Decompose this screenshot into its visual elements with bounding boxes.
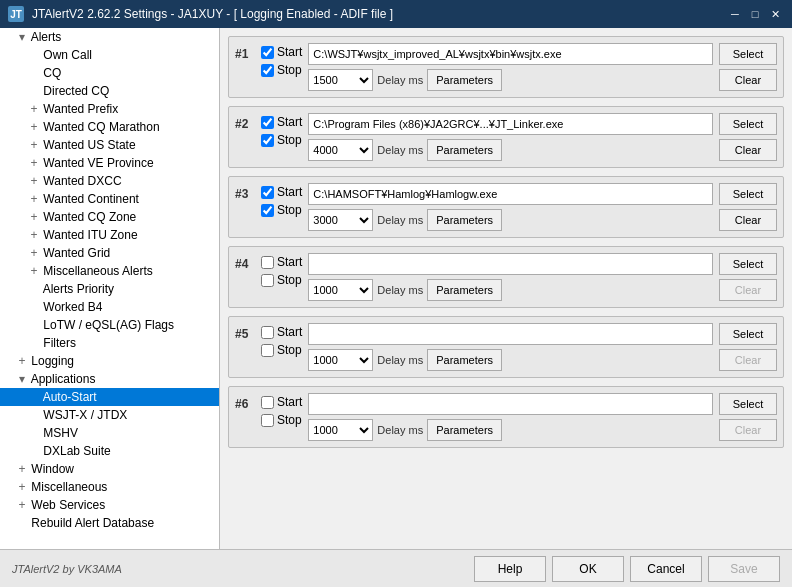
path-section-2: 4000 Delay ms Parameters bbox=[308, 113, 713, 161]
delay-select-6[interactable]: 1000 bbox=[308, 419, 373, 441]
delay-select-4[interactable]: 1000 bbox=[308, 279, 373, 301]
delay-select-1[interactable]: 1500 bbox=[308, 69, 373, 91]
start-checkbox-4[interactable] bbox=[261, 256, 274, 269]
sidebar-item-lotw[interactable]: LoTW / eQSL(AG) Flags bbox=[0, 316, 219, 334]
minimize-button[interactable]: ─ bbox=[726, 5, 744, 23]
path-input-2[interactable] bbox=[308, 113, 713, 135]
select-button-6[interactable]: Select bbox=[719, 393, 777, 415]
select-button-1[interactable]: Select bbox=[719, 43, 777, 65]
stop-checkbox-1[interactable] bbox=[261, 64, 274, 77]
sidebar-item-wanted-prefix[interactable]: + Wanted Prefix bbox=[0, 100, 219, 118]
stop-checkbox-2[interactable] bbox=[261, 134, 274, 147]
path-input-1[interactable] bbox=[308, 43, 713, 65]
sidebar-item-wanted-grid[interactable]: + Wanted Grid bbox=[0, 244, 219, 262]
stop-label-6: Stop bbox=[277, 413, 302, 427]
delay-label-3: Delay ms bbox=[377, 214, 423, 226]
sidebar-item-window[interactable]: + Window bbox=[0, 460, 219, 478]
params-button-2[interactable]: Parameters bbox=[427, 139, 502, 161]
start-checkbox-1[interactable] bbox=[261, 46, 274, 59]
close-button[interactable]: ✕ bbox=[766, 5, 784, 23]
stop-label-2: Stop bbox=[277, 133, 302, 147]
sidebar-item-worked-b4[interactable]: Worked B4 bbox=[0, 298, 219, 316]
delay-label-2: Delay ms bbox=[377, 144, 423, 156]
start-label-2: Start bbox=[277, 115, 302, 129]
delay-select-2[interactable]: 4000 bbox=[308, 139, 373, 161]
sidebar-item-wanted-dxcc[interactable]: + Wanted DXCC bbox=[0, 172, 219, 190]
select-button-3[interactable]: Select bbox=[719, 183, 777, 205]
clear-button-5[interactable]: Clear bbox=[719, 349, 777, 371]
params-button-5[interactable]: Parameters bbox=[427, 349, 502, 371]
stop-label-3: Stop bbox=[277, 203, 302, 217]
sidebar-item-wanted-cq-marathon[interactable]: + Wanted CQ Marathon bbox=[0, 118, 219, 136]
sidebar-item-logging[interactable]: + Logging bbox=[0, 352, 219, 370]
bottom-buttons: Help OK Cancel Save bbox=[474, 556, 780, 582]
stop-label-5: Stop bbox=[277, 343, 302, 357]
sidebar-item-own-call[interactable]: Own Call bbox=[0, 46, 219, 64]
sidebar-item-filters[interactable]: Filters bbox=[0, 334, 219, 352]
stop-checkbox-3[interactable] bbox=[261, 204, 274, 217]
path-input-5[interactable] bbox=[308, 323, 713, 345]
sidebar-item-applications[interactable]: ▾ Applications bbox=[0, 370, 219, 388]
sidebar-item-cq[interactable]: CQ bbox=[0, 64, 219, 82]
save-button[interactable]: Save bbox=[708, 556, 780, 582]
sidebar-item-wanted-cq-zone[interactable]: + Wanted CQ Zone bbox=[0, 208, 219, 226]
delay-select-3[interactable]: 3000 bbox=[308, 209, 373, 231]
expander-icon: ▾ bbox=[16, 30, 28, 44]
row-num-4: #4 bbox=[235, 253, 255, 271]
app-row-6: #6 Start Stop 1000 Delay ms P bbox=[228, 386, 784, 448]
sidebar-item-auto-start[interactable]: Auto-Start bbox=[0, 388, 219, 406]
sidebar-item-mshv[interactable]: MSHV bbox=[0, 424, 219, 442]
sidebar-item-alerts-priority[interactable]: Alerts Priority bbox=[0, 280, 219, 298]
start-checkbox-3[interactable] bbox=[261, 186, 274, 199]
sidebar-item-wsjt-x[interactable]: WSJT-X / JTDX bbox=[0, 406, 219, 424]
params-button-4[interactable]: Parameters bbox=[427, 279, 502, 301]
cancel-button[interactable]: Cancel bbox=[630, 556, 702, 582]
ok-button[interactable]: OK bbox=[552, 556, 624, 582]
clear-button-4[interactable]: Clear bbox=[719, 279, 777, 301]
bottom-bar: JTAlertV2 by VK3AMA Help OK Cancel Save bbox=[0, 549, 792, 587]
delay-select-5[interactable]: 1000 bbox=[308, 349, 373, 371]
stop-checkbox-6[interactable] bbox=[261, 414, 274, 427]
sidebar-item-rebuild[interactable]: Rebuild Alert Database bbox=[0, 514, 219, 532]
params-button-6[interactable]: Parameters bbox=[427, 419, 502, 441]
sidebar-item-directed-cq[interactable]: Directed CQ bbox=[0, 82, 219, 100]
stop-checkbox-5[interactable] bbox=[261, 344, 274, 357]
path-section-5: 1000 Delay ms Parameters bbox=[308, 323, 713, 371]
stop-check-row-1: Stop bbox=[261, 63, 302, 77]
sidebar-item-web-services[interactable]: + Web Services bbox=[0, 496, 219, 514]
params-button-3[interactable]: Parameters bbox=[427, 209, 502, 231]
sidebar-item-alerts[interactable]: ▾ Alerts bbox=[0, 28, 219, 46]
maximize-button[interactable]: □ bbox=[746, 5, 764, 23]
start-check-row-2: Start bbox=[261, 115, 302, 129]
sidebar-item-wanted-itu-zone[interactable]: + Wanted ITU Zone bbox=[0, 226, 219, 244]
sidebar-item-wanted-continent[interactable]: + Wanted Continent bbox=[0, 190, 219, 208]
sidebar-item-wanted-ve-province[interactable]: + Wanted VE Province bbox=[0, 154, 219, 172]
checkboxes-6: Start Stop bbox=[261, 393, 302, 427]
bottom-row-6: 1000 Delay ms Parameters bbox=[308, 419, 713, 441]
path-input-6[interactable] bbox=[308, 393, 713, 415]
sidebar-item-dxlab[interactable]: DXLab Suite bbox=[0, 442, 219, 460]
btn-group-4: Select Clear bbox=[719, 253, 777, 301]
help-button[interactable]: Help bbox=[474, 556, 546, 582]
select-button-2[interactable]: Select bbox=[719, 113, 777, 135]
start-label-6: Start bbox=[277, 395, 302, 409]
row-num-1: #1 bbox=[235, 43, 255, 61]
sidebar-item-wanted-us-state[interactable]: + Wanted US State bbox=[0, 136, 219, 154]
path-input-3[interactable] bbox=[308, 183, 713, 205]
window-controls: ─ □ ✕ bbox=[726, 5, 784, 23]
stop-checkbox-4[interactable] bbox=[261, 274, 274, 287]
start-checkbox-5[interactable] bbox=[261, 326, 274, 339]
app-icon: JT bbox=[8, 6, 24, 22]
path-input-4[interactable] bbox=[308, 253, 713, 275]
clear-button-1[interactable]: Clear bbox=[719, 69, 777, 91]
sidebar-item-misc-alerts[interactable]: + Miscellaneous Alerts bbox=[0, 262, 219, 280]
params-button-1[interactable]: Parameters bbox=[427, 69, 502, 91]
select-button-5[interactable]: Select bbox=[719, 323, 777, 345]
clear-button-2[interactable]: Clear bbox=[719, 139, 777, 161]
start-checkbox-2[interactable] bbox=[261, 116, 274, 129]
clear-button-3[interactable]: Clear bbox=[719, 209, 777, 231]
start-checkbox-6[interactable] bbox=[261, 396, 274, 409]
clear-button-6[interactable]: Clear bbox=[719, 419, 777, 441]
sidebar-item-miscellaneous[interactable]: + Miscellaneous bbox=[0, 478, 219, 496]
select-button-4[interactable]: Select bbox=[719, 253, 777, 275]
